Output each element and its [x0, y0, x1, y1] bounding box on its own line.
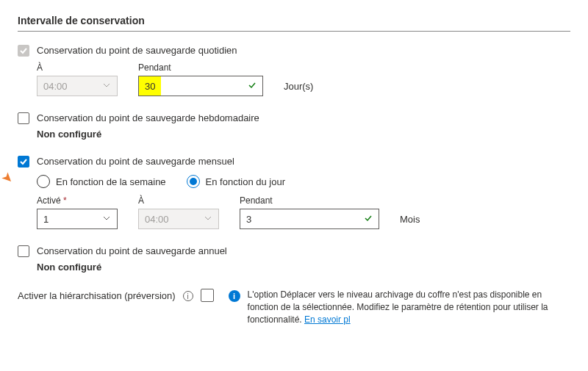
monthly-block: Conservation du point de sauvegarde mens… [18, 156, 570, 229]
monthly-for-label: Pendant [240, 195, 379, 206]
monthly-on-label: Activé * [37, 195, 118, 206]
info-icon-blue: i [229, 290, 240, 302]
daily-at-dropdown: 04:00 [37, 76, 118, 96]
monthly-at-dropdown: 04:00 [138, 209, 219, 229]
section-divider [18, 31, 570, 32]
radio-icon [37, 175, 50, 188]
daily-at-label: À [37, 62, 118, 73]
tiering-learn-more-link[interactable]: En savoir pl [304, 314, 351, 325]
daily-checkbox [18, 45, 29, 57]
daily-unit: Jour(s) [284, 81, 313, 96]
monthly-label: Conservation du point de sauvegarde mens… [37, 156, 234, 167]
monthly-for-value: 3 [246, 214, 251, 225]
weekly-checkbox[interactable] [18, 112, 29, 124]
monthly-unit: Mois [400, 214, 420, 229]
yearly-block: Conservation du point de sauvegarde annu… [18, 245, 570, 273]
daily-for-label: Pendant [138, 62, 263, 73]
tiering-row: Activer la hiérarchisation (préversion) … [18, 289, 570, 325]
tiering-checkbox[interactable] [201, 289, 214, 302]
radio-icon [187, 175, 200, 188]
daily-label: Conservation du point de sauvegarde quot… [37, 45, 237, 56]
tiering-info-text: L'option Déplacer vers le niveau archiva… [248, 289, 570, 325]
check-icon [364, 214, 373, 225]
daily-at-value: 04:00 [43, 81, 68, 92]
daily-for-value: 30 [139, 76, 161, 96]
monthly-at-label: À [138, 195, 219, 206]
info-icon[interactable]: i [183, 291, 193, 301]
monthly-for-dropdown[interactable]: 3 [240, 209, 379, 229]
monthly-radio-week-label: En fonction de la semaine [56, 176, 166, 187]
chevron-down-icon [102, 81, 111, 92]
chevron-down-icon [102, 214, 111, 225]
weekly-block: Conservation du point de sauvegarde hebd… [18, 112, 570, 140]
daily-block: Conservation du point de sauvegarde quot… [18, 45, 570, 96]
monthly-radio-day-label: En fonction du jour [206, 176, 285, 187]
section-title: Intervalle de conservation [18, 15, 570, 26]
yearly-checkbox[interactable] [18, 245, 29, 257]
daily-for-dropdown[interactable]: 30 [138, 76, 263, 96]
yearly-label: Conservation du point de sauvegarde annu… [37, 245, 227, 256]
monthly-checkbox[interactable] [18, 156, 29, 168]
tiering-label: Activer la hiérarchisation (préversion) [18, 289, 176, 301]
monthly-radio-week-option[interactable]: En fonction de la semaine [37, 175, 166, 188]
yearly-not-configured: Non configuré [37, 262, 570, 273]
monthly-at-value: 04:00 [145, 214, 169, 225]
monthly-radio-day-option[interactable]: En fonction du jour [187, 175, 285, 188]
monthly-on-value: 1 [43, 214, 49, 225]
arrow-marker-icon: ➤ [0, 168, 18, 187]
check-icon [248, 81, 262, 92]
weekly-label: Conservation du point de sauvegarde hebd… [37, 112, 259, 123]
weekly-not-configured: Non configuré [37, 129, 570, 140]
monthly-on-dropdown[interactable]: 1 [37, 209, 118, 229]
chevron-down-icon [204, 214, 212, 225]
